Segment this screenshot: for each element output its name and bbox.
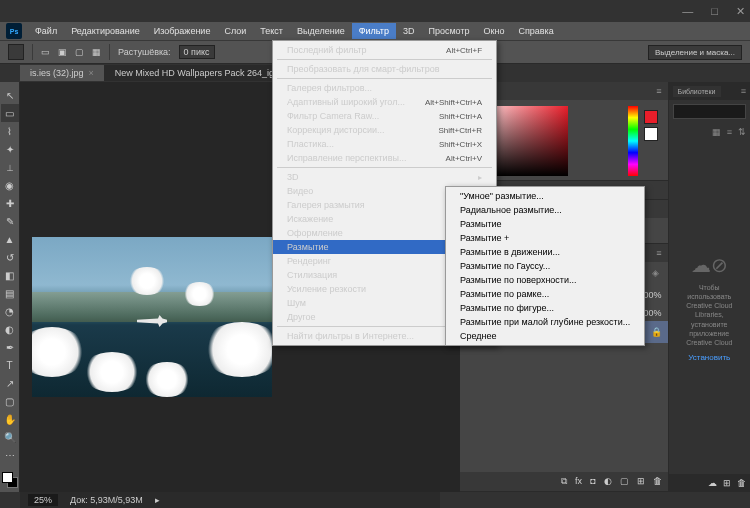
cloud-icon: ☁⊘: [691, 253, 728, 277]
lib-delete-icon[interactable]: 🗑: [737, 478, 746, 488]
minimize-button[interactable]: —: [682, 5, 693, 17]
marquee-tool[interactable]: ▭: [1, 104, 19, 122]
close-button[interactable]: ✕: [736, 5, 745, 18]
mask-icon[interactable]: ◘: [590, 476, 595, 487]
fx-icon[interactable]: fx: [575, 476, 582, 487]
libraries-tab[interactable]: Библиотеки: [673, 86, 721, 97]
fg-color-box[interactable]: [644, 110, 658, 124]
menu-окно[interactable]: Окно: [477, 23, 512, 39]
menu-выделение[interactable]: Выделение: [290, 23, 352, 39]
layer-lock-indicator: 🔒: [651, 327, 662, 337]
select-and-mask-button[interactable]: Выделение и маска...: [648, 45, 742, 60]
lib-cloud-icon[interactable]: ☁: [708, 478, 717, 488]
gradient-tool[interactable]: ▤: [1, 284, 19, 302]
menu-3d[interactable]: 3D: [396, 23, 422, 39]
marquee-add-icon[interactable]: ▣: [58, 47, 67, 57]
libraries-empty-text: Чтобы использовать Creative Cloud Librar…: [677, 283, 742, 347]
marquee-mode-icon[interactable]: ▭: [41, 47, 50, 57]
lib-view-grid-icon[interactable]: ▦: [712, 127, 721, 137]
zoom-tool[interactable]: 🔍: [1, 428, 19, 446]
menu-текст[interactable]: Текст: [253, 23, 290, 39]
status-bar: 25% Док: 5,93M/5,93M ▸: [20, 492, 440, 508]
shape-tool[interactable]: ▢: [1, 392, 19, 410]
install-link[interactable]: Установить: [688, 353, 730, 362]
filter-menu-item[interactable]: Галерея фильтров...: [273, 81, 496, 95]
panel-menu-icon[interactable]: ≡: [650, 86, 667, 96]
blur-menu-item[interactable]: Размытие +: [446, 231, 644, 245]
adjustment-layer-icon[interactable]: ◐: [604, 476, 612, 487]
menu-справка[interactable]: Справка: [511, 23, 560, 39]
blur-menu-item[interactable]: Размытие по рамке...: [446, 287, 644, 301]
feather-field[interactable]: 0 пикс: [179, 45, 215, 59]
menu-файл[interactable]: Файл: [28, 23, 64, 39]
delete-layer-icon[interactable]: 🗑: [653, 476, 662, 487]
bg-color-box[interactable]: [644, 127, 658, 141]
crop-tool[interactable]: ⟂: [1, 158, 19, 176]
filter-menu-item[interactable]: Исправление перспективы...Alt+Ctrl+V: [273, 151, 496, 165]
blur-menu-item[interactable]: Среднее: [446, 329, 644, 343]
filter-menu-item[interactable]: 3D▸: [273, 170, 496, 184]
magic-wand-tool[interactable]: ✦: [1, 140, 19, 158]
filter-menu-item[interactable]: Пластика...Shift+Ctrl+X: [273, 137, 496, 151]
filter-smart-icon[interactable]: ◈: [652, 268, 664, 280]
blur-submenu-dropdown: "Умное" размытие...Радиальное размытие..…: [445, 186, 645, 346]
menu-слои[interactable]: Слои: [217, 23, 253, 39]
filter-menu-item[interactable]: Фильтр Camera Raw...Shift+Ctrl+A: [273, 109, 496, 123]
blur-menu-item[interactable]: "Умное" размытие...: [446, 189, 644, 203]
blur-menu-item[interactable]: Размытие при малой глубине резкости...: [446, 315, 644, 329]
eraser-tool[interactable]: ◧: [1, 266, 19, 284]
blur-menu-item[interactable]: Размытие по Гауссу...: [446, 259, 644, 273]
eyedropper-tool[interactable]: ◉: [1, 176, 19, 194]
libraries-search[interactable]: [673, 104, 746, 119]
blur-tool[interactable]: ◔: [1, 302, 19, 320]
toolbox: ↖ ▭ ⌇ ✦ ⟂ ◉ ✚ ✎ ▲ ↺ ◧ ▤ ◔ ◐ ✒ T ↗ ▢ ✋ 🔍 …: [0, 82, 20, 492]
zoom-level[interactable]: 25%: [28, 494, 58, 506]
move-tool[interactable]: ↖: [1, 86, 19, 104]
history-brush-tool[interactable]: ↺: [1, 248, 19, 266]
blur-menu-item[interactable]: Размытие в движении...: [446, 245, 644, 259]
menu-изображение[interactable]: Изображение: [147, 23, 218, 39]
dodge-tool[interactable]: ◐: [1, 320, 19, 338]
marquee-sub-icon[interactable]: ▢: [75, 47, 84, 57]
new-layer-icon[interactable]: ⊞: [637, 476, 645, 487]
color-swatches[interactable]: [2, 472, 18, 488]
blur-menu-item[interactable]: Размытие по поверхности...: [446, 273, 644, 287]
libraries-panel: Библиотеки ≡ ▦ ≡ ⇅ ☁⊘ Чтобы использовать…: [668, 82, 750, 492]
heal-tool[interactable]: ✚: [1, 194, 19, 212]
marquee-int-icon[interactable]: ▦: [92, 47, 101, 57]
menubar: Ps ФайлРедактированиеИзображениеСлоиТекс…: [0, 22, 750, 40]
current-tool-icon[interactable]: [8, 44, 24, 60]
maximize-button[interactable]: □: [711, 5, 718, 17]
type-tool[interactable]: T: [1, 356, 19, 374]
group-icon[interactable]: ▢: [620, 476, 629, 487]
document-canvas[interactable]: [32, 237, 272, 397]
blur-menu-item[interactable]: Радиальное размытие...: [446, 203, 644, 217]
link-layers-icon[interactable]: ⧉: [561, 476, 567, 487]
stamp-tool[interactable]: ▲: [1, 230, 19, 248]
lib-sort-icon[interactable]: ⇅: [738, 127, 746, 137]
libraries-menu-icon[interactable]: ≡: [741, 86, 746, 96]
hand-tool[interactable]: ✋: [1, 410, 19, 428]
blur-menu-item[interactable]: Размытие по фигуре...: [446, 301, 644, 315]
hue-slider[interactable]: [628, 106, 638, 176]
filter-menu-item[interactable]: Адаптивный широкий угол...Alt+Shift+Ctrl…: [273, 95, 496, 109]
blur-menu-item[interactable]: Размытие: [446, 217, 644, 231]
menu-редактирование[interactable]: Редактирование: [64, 23, 147, 39]
lib-view-list-icon[interactable]: ≡: [727, 127, 732, 137]
doc-size-info: Док: 5,93M/5,93M: [70, 495, 143, 505]
filter-menu-item[interactable]: Преобразовать для смарт-фильтров: [273, 62, 496, 76]
edit-toolbar[interactable]: ⋯: [1, 446, 19, 464]
pen-tool[interactable]: ✒: [1, 338, 19, 356]
path-tool[interactable]: ↗: [1, 374, 19, 392]
tab-close-icon[interactable]: ×: [89, 68, 94, 78]
app-logo: Ps: [6, 23, 22, 39]
document-tab[interactable]: is.ies (32).jpg×: [20, 65, 105, 81]
layers-menu-icon[interactable]: ≡: [650, 248, 667, 258]
filter-menu-item[interactable]: Коррекция дисторсии...Shift+Ctrl+R: [273, 123, 496, 137]
brush-tool[interactable]: ✎: [1, 212, 19, 230]
lib-add-icon[interactable]: ⊞: [723, 478, 731, 488]
menu-фильтр[interactable]: Фильтр: [352, 23, 396, 39]
menu-просмотр[interactable]: Просмотр: [421, 23, 476, 39]
status-arrow-icon[interactable]: ▸: [155, 495, 160, 505]
lasso-tool[interactable]: ⌇: [1, 122, 19, 140]
